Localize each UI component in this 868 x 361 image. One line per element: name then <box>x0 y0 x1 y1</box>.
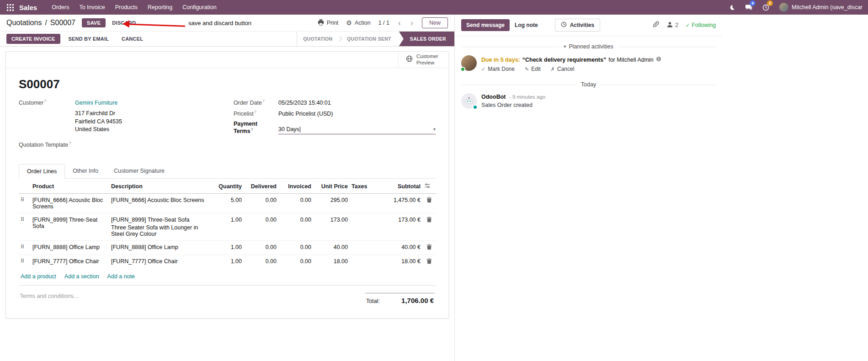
new-button[interactable]: New <box>422 17 448 28</box>
user-menu[interactable]: Mitchell Admin (save_discar <box>779 3 863 12</box>
cell-product[interactable]: [FURN_6666] Acoustic Bloc Screens <box>31 193 109 213</box>
menu-products[interactable]: Products <box>111 2 142 13</box>
delete-line-icon[interactable] <box>422 255 436 269</box>
stage-sales-order[interactable]: SALES ORDER <box>399 32 454 46</box>
col-quantity[interactable]: Quantity <box>214 179 244 194</box>
payment-terms-field[interactable]: 30 Days ▾ <box>278 126 436 134</box>
order-line-row[interactable]: ⠿ [FURN_8888] Office Lamp [FURN_8888] Of… <box>19 240 436 255</box>
col-description[interactable]: Description <box>109 179 214 194</box>
cell-unit-price[interactable]: 173.00 <box>313 213 350 240</box>
customer-value-link[interactable]: Gemini Furniture <box>75 100 117 106</box>
cell-unit-price[interactable]: 40.00 <box>313 240 350 255</box>
followers-button[interactable]: 2 <box>666 21 678 29</box>
mark-done-button[interactable]: ✓ Mark Done <box>481 66 515 72</box>
info-icon[interactable] <box>656 56 661 63</box>
order-line-row[interactable]: ⠿ [FURN_6666] Acoustic Bloc Screens [FUR… <box>19 193 436 213</box>
cancel-button[interactable]: CANCEL <box>117 34 148 44</box>
following-button[interactable]: ✓ Following <box>686 22 716 28</box>
moon-icon[interactable] <box>729 5 735 11</box>
add-section-link[interactable]: Add a section <box>64 273 99 280</box>
col-unit-price[interactable]: Unit Price <box>313 179 350 194</box>
stage-quotation-sent[interactable]: QUOTATION SENT <box>341 32 397 46</box>
tab-order-lines[interactable]: Order Lines <box>19 164 65 179</box>
cancel-activity-button[interactable]: ✗ Cancel <box>551 66 575 72</box>
cell-unit-price[interactable]: 18.00 <box>313 255 350 269</box>
attachments-icon[interactable] <box>652 21 659 30</box>
cell-taxes[interactable] <box>350 240 377 255</box>
cell-unit-price[interactable]: 295.00 <box>313 193 350 213</box>
menu-configuration[interactable]: Configuration <box>178 2 221 13</box>
col-delivered[interactable]: Delivered <box>244 179 278 194</box>
pager-previous-icon[interactable]: ‹ <box>397 19 402 27</box>
terms-placeholder[interactable]: Terms and conditions... <box>20 293 79 308</box>
log-note-button[interactable]: Log note <box>510 19 543 31</box>
planned-activities-header[interactable]: ▾ Planned activities <box>461 43 716 50</box>
edit-activity-button[interactable]: ✎ Edit <box>525 66 541 72</box>
cell-description[interactable]: [FURN_8888] Office Lamp <box>109 240 214 255</box>
optional-columns-icon[interactable] <box>422 179 436 194</box>
cell-description[interactable]: [FURN_8999] Three-Seat SofaThree Seater … <box>109 213 214 240</box>
col-taxes[interactable]: Taxes <box>350 179 377 194</box>
cell-quantity[interactable]: 5.00 <box>214 193 244 213</box>
send-by-email-button[interactable]: SEND BY EMAIL <box>64 34 114 44</box>
cell-delivered[interactable]: 0.00 <box>244 240 278 255</box>
col-product[interactable]: Product <box>31 179 109 194</box>
dropdown-caret-icon[interactable]: ▾ <box>433 127 436 132</box>
cell-product[interactable]: [FURN_8888] Office Lamp <box>31 240 109 255</box>
pager-next-icon[interactable]: › <box>410 19 414 27</box>
menu-reporting[interactable]: Reporting <box>143 2 177 13</box>
drag-handle-icon[interactable]: ⠿ <box>21 244 24 250</box>
discard-button[interactable]: DISCARD <box>107 18 140 27</box>
action-button[interactable]: ⚙ Action <box>346 20 370 26</box>
cell-invoiced[interactable]: 0.00 <box>278 240 313 255</box>
drag-handle-icon[interactable]: ⠿ <box>21 217 24 222</box>
message-author[interactable]: OdooBot <box>481 94 506 100</box>
pricelist-field[interactable]: Public Pricelist (USD) <box>278 111 333 117</box>
col-subtotal[interactable]: Subtotal <box>377 179 422 194</box>
cell-invoiced[interactable]: 0.00 <box>278 255 313 269</box>
print-button[interactable]: Print <box>318 19 339 27</box>
stage-quotation[interactable]: QUOTATION <box>297 32 338 46</box>
order-line-row[interactable]: ⠿ [FURN_8999] Three-Seat Sofa [FURN_8999… <box>19 213 436 240</box>
add-product-link[interactable]: Add a product <box>21 273 56 280</box>
messages-icon[interactable]: 4 <box>745 4 752 11</box>
cell-delivered[interactable]: 0.00 <box>244 255 278 269</box>
delete-line-icon[interactable] <box>422 213 436 240</box>
drag-handle-icon[interactable]: ⠿ <box>21 197 24 202</box>
create-invoice-button[interactable]: CREATE INVOICE <box>6 34 60 44</box>
customer-preview-button[interactable]: Customer Preview <box>398 52 448 68</box>
cell-product[interactable]: [FURN_8999] Three-Seat Sofa <box>31 213 109 240</box>
drag-handle-icon[interactable]: ⠿ <box>21 258 24 264</box>
menu-to-invoice[interactable]: To Invoice <box>75 2 109 13</box>
activities-tab[interactable]: Activities <box>555 19 600 32</box>
cell-invoiced[interactable]: 0.00 <box>278 193 313 213</box>
cell-taxes[interactable] <box>350 213 377 240</box>
tab-customer-signature[interactable]: Customer Signature <box>106 164 172 179</box>
cell-invoiced[interactable]: 0.00 <box>278 213 313 240</box>
delete-line-icon[interactable] <box>422 193 436 213</box>
save-button[interactable]: SAVE <box>82 18 106 27</box>
cell-product[interactable]: [FURN_7777] Office Chair <box>31 255 109 269</box>
cell-taxes[interactable] <box>350 255 377 269</box>
col-invoiced[interactable]: Invoiced <box>278 179 313 194</box>
tab-other-info[interactable]: Other Info <box>65 164 106 179</box>
delete-line-icon[interactable] <box>422 240 436 255</box>
activities-clock-icon[interactable]: 2 <box>762 4 769 11</box>
cell-quantity[interactable]: 1.00 <box>214 213 244 240</box>
order-line-row[interactable]: ⠿ [FURN_7777] Office Chair [FURN_7777] O… <box>19 255 436 269</box>
collapse-caret-icon[interactable]: ▾ <box>564 44 566 49</box>
cell-quantity[interactable]: 1.00 <box>214 255 244 269</box>
activities-tab-label: Activities <box>570 22 594 28</box>
cell-taxes[interactable] <box>350 193 377 213</box>
cell-quantity[interactable]: 1.00 <box>214 240 244 255</box>
add-note-link[interactable]: Add a note <box>107 273 135 280</box>
send-message-button[interactable]: Send message <box>461 19 510 31</box>
apps-menu-icon[interactable] <box>5 3 15 12</box>
breadcrumb-quotations[interactable]: Quotations <box>6 19 42 27</box>
cell-description[interactable]: [FURN_7777] Office Chair <box>109 255 214 269</box>
order-date-field[interactable]: 05/25/2023 15:40:01 <box>278 100 331 106</box>
cell-delivered[interactable]: 0.00 <box>244 213 278 240</box>
cell-delivered[interactable]: 0.00 <box>244 193 278 213</box>
cell-description[interactable]: [FURN_6666] Acoustic Bloc Screens <box>109 193 214 213</box>
menu-orders[interactable]: Orders <box>47 2 74 13</box>
